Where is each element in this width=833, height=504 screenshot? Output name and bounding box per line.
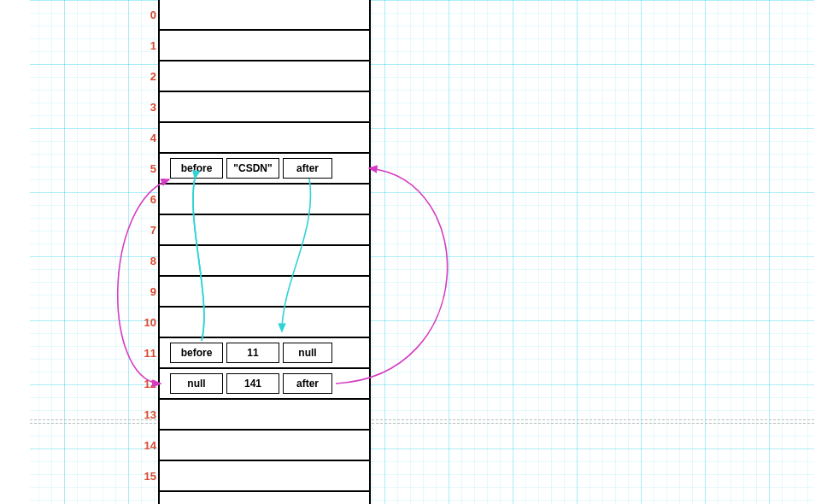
node-12-after: after [283,373,332,394]
node-5-key: "CSDN" [226,158,279,179]
table-row: 7 [160,215,369,246]
table-row: 9 [160,277,369,308]
table-row: 3 [160,92,369,123]
row-index: 8 [129,255,156,267]
table-row: 15 [160,461,369,492]
node-5: before "CSDN" after [170,158,332,179]
row-index: 15 [129,470,156,483]
row-index: 14 [129,439,156,452]
table-row: 4 [160,123,369,154]
node-12-before: null [170,373,223,394]
node-5-after: after [283,158,332,179]
row-index: 0 [129,9,156,21]
row-index: 7 [129,224,156,237]
table-row: 0 [160,0,369,31]
row-index: 1 [129,39,156,52]
table-row: 10 [160,308,369,338]
row-index: 6 [129,193,156,206]
row-index: 2 [129,70,156,83]
diagram-canvas: 0 1 2 3 4 5 before "CSDN" after 6 7 [0,0,833,504]
table-row: 8 [160,246,369,277]
row-index: 9 [129,285,156,298]
table-row: 2 [160,62,369,92]
node-5-before: before [170,158,223,179]
table-row: 5 before "CSDN" after [160,154,369,185]
row-index: 10 [129,316,156,329]
background-grid [0,0,833,504]
row-index: 12 [129,378,156,390]
table-row: 1 [160,31,369,62]
row-index: 4 [129,132,156,144]
row-index: 13 [129,408,156,421]
node-12-key: 141 [226,373,279,394]
table-row: 11 before 11 null [160,338,369,369]
node-12: null 141 after [170,373,332,394]
row-index: 11 [129,347,156,360]
table-row: 6 [160,185,369,215]
right-margin-mask [814,0,833,504]
table-row: 12 null 141 after [160,369,369,400]
left-margin-mask [0,0,30,504]
table-row: 14 [160,431,369,461]
node-11-after: null [283,343,332,363]
row-index: 3 [129,101,156,114]
node-11-before: before [170,343,223,363]
hash-table: 0 1 2 3 4 5 before "CSDN" after 6 7 [158,0,371,504]
table-row-partial [160,492,369,504]
table-row: 13 [160,400,369,431]
row-index: 5 [129,162,156,175]
node-11-key: 11 [226,343,279,363]
node-11: before 11 null [170,343,332,363]
